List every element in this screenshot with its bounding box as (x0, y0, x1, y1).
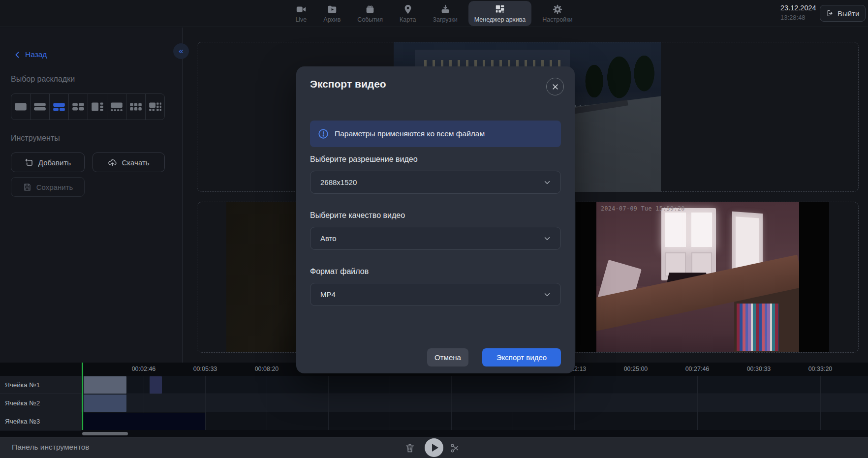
nav-label: События (357, 16, 383, 23)
camera-preview-corridor[interactable]: 2024-07-09 Tue 15:59:20 (576, 202, 829, 352)
layout-option-1x1[interactable] (11, 94, 30, 120)
export-video-dialog: Экспорт видео Параметры применяются ко в… (296, 66, 575, 373)
layout-option-1-top-4-bottom[interactable] (107, 94, 126, 120)
resolution-value: 2688x1520 (320, 178, 543, 186)
nav-label: Менеджер архива (474, 16, 526, 23)
nav-label: Live (295, 16, 307, 23)
add-button[interactable]: Добавить (11, 153, 85, 172)
layout-option-2x2[interactable] (68, 94, 88, 120)
video-camera-icon (296, 4, 307, 15)
nav-item-archive-manager[interactable]: Менеджер архива (468, 1, 532, 26)
nav-item-events[interactable]: События (351, 1, 389, 26)
format-select[interactable]: MP4 (310, 283, 561, 306)
timeline-grid (0, 376, 868, 430)
nav-item-archive[interactable]: Архив (317, 1, 346, 26)
timeline-tick: 00:05:33 (193, 366, 217, 372)
timeline-gridline (820, 376, 821, 430)
play-button[interactable] (425, 438, 443, 457)
timeline-gridline (328, 376, 329, 430)
save-button-label: Сохранить (36, 183, 73, 191)
events-icon (365, 4, 375, 15)
timeline-tick: 00:02:46 (132, 366, 156, 372)
nav-item-downloads[interactable]: Загрузки (427, 1, 463, 26)
current-time: 13:28:48 (780, 13, 816, 22)
camera-timestamp: 2024-07-09 Tue 15:59:20 (601, 205, 685, 212)
save-button[interactable]: Сохранить (11, 177, 85, 197)
timeline-scrollbar (0, 430, 868, 437)
layout-section-title: Выбор раскладки (11, 75, 75, 84)
add-layout-icon (25, 158, 34, 167)
timeline-clip[interactable] (84, 413, 205, 430)
download-button-label: Скачать (122, 158, 149, 167)
timeline-tick: 00:08:20 (255, 366, 279, 372)
archive-manager-screen: Live Архив События Карта (0, 0, 868, 458)
info-banner-text: Параметры применяются ко всем файлам (335, 129, 485, 138)
timeline-gridline (451, 376, 452, 430)
door-window (665, 213, 686, 247)
timeline-clip[interactable] (150, 376, 162, 394)
nav-item-map[interactable]: Карта (394, 1, 422, 26)
layout-option-1-top-2-bottom[interactable] (49, 94, 68, 120)
timeline-tick: 00:30:33 (747, 366, 771, 372)
timeline-row-label: Ячейка №3 (0, 412, 81, 430)
export-button[interactable]: Экспорт видео (482, 348, 561, 366)
info-banner: Параметры применяются ко всем файлам (310, 121, 561, 147)
logout-icon (826, 9, 834, 17)
tools-section-title: Инструменты (11, 134, 60, 143)
nav-label: Загрузки (433, 16, 457, 23)
timeline-gridline (636, 376, 636, 430)
quality-select[interactable]: Авто (310, 227, 561, 250)
download-box-icon (440, 4, 451, 15)
corridor-image: 2024-07-09 Tue 15:59:20 (596, 202, 799, 352)
binders (737, 304, 778, 351)
folder-play-icon (327, 4, 338, 15)
timeline-tick: 00:33:20 (808, 366, 833, 372)
nav-item-settings[interactable]: Настройки (536, 1, 578, 26)
nav-items: Live Архив События Карта (0, 0, 868, 27)
back-link[interactable]: Назад (14, 50, 47, 59)
add-button-label: Добавить (38, 158, 71, 167)
layout-option-1-left-3-right[interactable] (88, 94, 107, 120)
layout-option-3x2[interactable] (126, 94, 145, 120)
archive-grid-icon (495, 4, 505, 15)
timeline-gridline (759, 376, 759, 430)
timeline-gridline (390, 376, 390, 430)
timeline-clip[interactable] (84, 376, 126, 394)
delete-icon[interactable] (404, 443, 415, 454)
dialog-title: Экспорт видео (310, 78, 386, 90)
chevrons-left-icon: « (179, 46, 183, 56)
double-door (661, 208, 716, 280)
timeline-tick: 00:25:00 (624, 366, 648, 372)
scrollbar-thumb[interactable] (82, 432, 128, 435)
download-button[interactable]: Скачать (93, 153, 165, 172)
left-sidebar: Назад Выбор раскладки (0, 28, 183, 363)
resolution-select[interactable]: 2688x1520 (310, 171, 561, 194)
logout-button[interactable]: Выйти (820, 5, 866, 22)
sidebar-collapse-button[interactable]: « (173, 43, 189, 59)
nav-label: Карта (400, 16, 416, 23)
timeline-row[interactable] (0, 394, 868, 412)
timeline-tick: 00:27:46 (685, 366, 710, 372)
timeline-clip[interactable] (84, 395, 126, 412)
timeline-playhead[interactable] (82, 363, 83, 430)
format-value: MP4 (320, 290, 543, 299)
cut-icon[interactable] (449, 443, 460, 454)
nav-item-live[interactable]: Live (289, 1, 312, 26)
quality-label: Выберите качество видео (310, 211, 405, 220)
chevron-down-icon (543, 234, 552, 243)
top-navigation: Live Архив События Карта (0, 0, 868, 27)
layout-option-2-rows[interactable] (30, 94, 49, 120)
format-label: Формат файлов (310, 267, 369, 276)
back-label: Назад (25, 50, 47, 59)
info-icon (318, 128, 329, 139)
current-date: 23.12.2024 (780, 3, 816, 13)
chevron-left-icon (14, 51, 21, 59)
timeline-row[interactable] (0, 376, 868, 394)
close-button[interactable] (546, 78, 564, 95)
layout-option-1-plus-5[interactable] (145, 94, 164, 120)
layout-picker (11, 93, 165, 120)
toolbar-title: Панель инструментов (12, 443, 90, 452)
timeline-row-label: Ячейка №2 (0, 394, 81, 412)
resolution-label: Выберите разрешение видео (310, 155, 418, 164)
cancel-button[interactable]: Отмена (427, 348, 468, 366)
